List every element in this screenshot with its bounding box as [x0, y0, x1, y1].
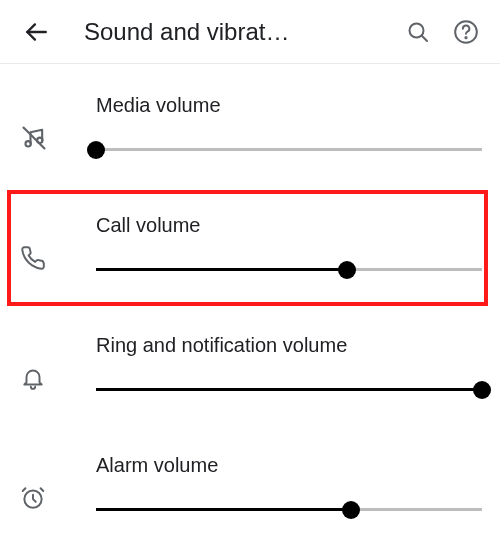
back-arrow-icon: [23, 19, 49, 45]
media-volume-label: Media volume: [96, 94, 482, 117]
ring-volume-label: Ring and notification volume: [96, 334, 482, 357]
bell-icon: [16, 337, 96, 391]
svg-point-4: [465, 36, 466, 37]
help-icon: [453, 19, 479, 45]
alarm-volume-slider[interactable]: [96, 505, 482, 515]
slider-thumb[interactable]: [473, 381, 491, 399]
help-button[interactable]: [444, 10, 488, 54]
media-volume-row: Media volume: [0, 64, 500, 184]
media-volume-slider[interactable]: [96, 145, 482, 155]
alarm-clock-icon: [16, 457, 96, 511]
call-volume-row: Call volume: [0, 184, 500, 304]
svg-point-5: [25, 141, 30, 146]
appbar: Sound and vibrat…: [0, 0, 500, 64]
media-mute-icon: [16, 96, 96, 152]
ring-volume-slider[interactable]: [96, 385, 482, 395]
page-title: Sound and vibrat…: [60, 18, 392, 46]
call-volume-label: Call volume: [96, 214, 482, 237]
search-button[interactable]: [396, 10, 440, 54]
slider-thumb[interactable]: [87, 141, 105, 159]
search-icon: [406, 20, 430, 44]
back-button[interactable]: [16, 12, 56, 52]
phone-icon: [16, 217, 96, 271]
ring-volume-row: Ring and notification volume: [0, 304, 500, 424]
alarm-volume-row: Alarm volume: [0, 424, 500, 544]
slider-thumb[interactable]: [338, 261, 356, 279]
slider-thumb[interactable]: [342, 501, 360, 519]
alarm-volume-label: Alarm volume: [96, 454, 482, 477]
svg-line-2: [422, 35, 427, 40]
call-volume-slider[interactable]: [96, 265, 482, 275]
